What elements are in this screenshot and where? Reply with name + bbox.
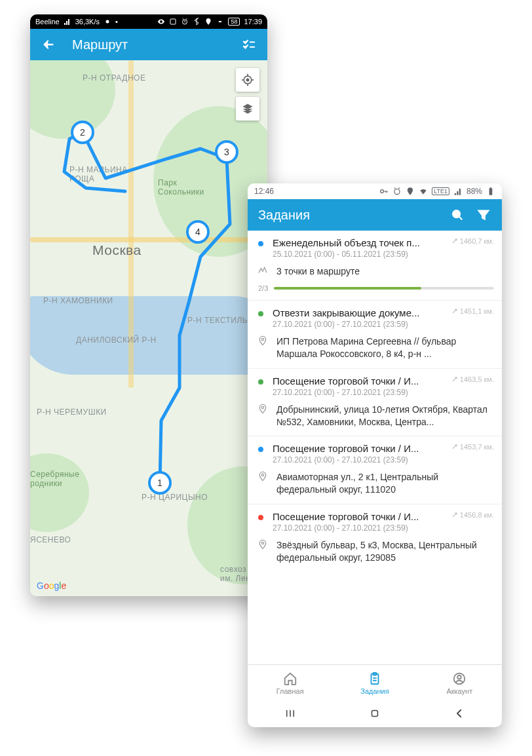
back-soft-button[interactable] (453, 708, 465, 722)
task-dates: 27.10.2021 (0:00) - 27.10.2021 (23:59) (273, 455, 446, 464)
distance-icon (451, 512, 458, 518)
phone-route: Beeline 36,3K/s • 58 17:39 Маршрут (30, 14, 267, 596)
google-attribution: Google (37, 580, 66, 591)
checklist-button[interactable] (236, 31, 262, 58)
svg-point-10 (261, 338, 263, 340)
eye-icon (157, 18, 165, 26)
route-icon (257, 265, 269, 276)
home-icon (283, 671, 297, 686)
signal-icon (64, 18, 71, 26)
svg-point-6 (394, 189, 400, 195)
data-icon (216, 18, 224, 26)
svg-point-11 (261, 406, 263, 408)
my-location-button[interactable] (236, 68, 259, 92)
search-icon (450, 208, 465, 222)
layers-button[interactable] (236, 97, 259, 121)
nav-home[interactable]: Главная (248, 665, 332, 702)
road-shape (30, 237, 267, 242)
location-icon (406, 187, 415, 196)
map-district-label: Р-Н ТЕКСТИЛЬ (187, 316, 248, 325)
filter-button[interactable] (470, 202, 497, 228)
route-pin-1[interactable]: 1 (148, 471, 172, 495)
appbar-tasks: Задания (248, 199, 502, 231)
task-distance: 1463,5 км. (451, 375, 494, 383)
svg-point-12 (261, 474, 263, 476)
recents-button[interactable] (284, 708, 296, 722)
status-bar: Beeline 36,3K/s • 58 17:39 (30, 14, 267, 29)
recents-icon (284, 708, 296, 719)
map-district-label: Р-Н МАРЬИНА РОЩА (69, 165, 128, 183)
volte-icon: LTE1 (432, 187, 449, 195)
task-item[interactable]: Еженедельный объезд точек п... 25.10.202… (248, 231, 502, 301)
arrow-left-icon (41, 37, 56, 52)
search-button[interactable] (444, 202, 470, 228)
appbar-title: Маршрут (72, 37, 236, 52)
account-icon (452, 671, 466, 686)
svg-rect-1 (170, 19, 176, 24)
pin-icon (257, 471, 269, 482)
task-item[interactable]: Отвезти закрывающие докуме... 27.10.2021… (248, 301, 502, 369)
clock-label: 17:39 (244, 18, 262, 26)
status-dot (258, 515, 263, 520)
park-shape (30, 453, 89, 532)
route-pin-2[interactable]: 2 (71, 121, 94, 144)
pin-icon (257, 404, 269, 414)
status-dot (258, 241, 263, 246)
task-item[interactable]: Посещение торговой точки / И... 27.10.20… (248, 504, 502, 572)
task-item[interactable]: Посещение торговой точки / И... 27.10.20… (248, 436, 502, 504)
distance-icon (451, 376, 458, 383)
carrier-label: Beeline (35, 18, 60, 26)
svg-point-13 (261, 542, 263, 544)
svg-point-9 (453, 210, 460, 217)
appbar-title: Задания (258, 208, 444, 223)
map-district-label: Р-Н ХАМОВНИКИ (43, 296, 113, 305)
back-button[interactable] (35, 31, 62, 58)
task-dates: 25.10.2021 (0:00) - 05.11.2021 (23:59) (273, 250, 446, 259)
task-title: Посещение торговой точки / И... (273, 375, 446, 387)
nav-tasks[interactable]: Задания (332, 665, 417, 702)
map-city-label: Москва (92, 242, 142, 258)
nav-account[interactable]: Аккаунт (417, 665, 502, 702)
location-icon (204, 18, 212, 26)
checklist-icon (242, 37, 256, 52)
chevron-left-icon (453, 708, 465, 719)
signal-icon (453, 187, 463, 196)
map-district-label: Р-Н ОТРАДНОЕ (83, 73, 145, 83)
battery-icon (486, 187, 495, 196)
speed-label: 36,3K/s (75, 18, 100, 26)
task-progress: 2/3 (258, 284, 494, 292)
home-button[interactable] (369, 708, 381, 722)
svg-rect-8 (490, 187, 491, 188)
task-item[interactable]: Посещение торговой точки / И... 27.10.20… (248, 369, 502, 437)
map-district-label: Р-Н ЧЕРЕМУШКИ (37, 407, 107, 417)
map[interactable]: Р-Н ОТРАДНОЕ Р-Н МАРЬИНА РОЩА Парк Сокол… (30, 60, 267, 596)
home-soft-icon (369, 708, 381, 719)
crosshair-icon (241, 73, 254, 86)
task-dates: 27.10.2021 (0:00) - 27.10.2021 (23:59) (273, 320, 446, 329)
route-pin-4[interactable]: 4 (186, 220, 210, 244)
pin-icon (257, 335, 269, 346)
task-title: Еженедельный объезд точек п... (273, 237, 446, 248)
battery-indicator: 58 (228, 18, 240, 26)
route-pin-3[interactable]: 3 (215, 140, 238, 164)
task-title: Посещение торговой точки / И... (273, 511, 446, 522)
task-list[interactable]: Еженедельный объезд точек п... 25.10.202… (248, 231, 502, 664)
task-distance: 1456,8 км. (451, 511, 494, 519)
svg-point-17 (458, 675, 462, 679)
task-title: Отвезти закрывающие докуме... (273, 307, 446, 318)
task-dates: 27.10.2021 (0:00) - 27.10.2021 (23:59) (273, 523, 446, 533)
vpn-icon (379, 187, 389, 196)
pin-icon (257, 539, 269, 550)
task-address: Звёздный бульвар, 5 к3, Москва, Централь… (276, 539, 494, 564)
bottom-nav: Главная Задания Аккаунт (248, 664, 502, 702)
task-distance: 1451,1 км. (451, 307, 494, 315)
task-address: ИП Петрова Марина Сергеевна // бульвар М… (276, 335, 494, 360)
map-district-label: ЯСЕНЕВО (30, 535, 71, 544)
android-nav-bar (248, 702, 502, 727)
distance-icon (451, 238, 458, 244)
status-bar: 12:46 LTE1 88% (248, 183, 502, 199)
clock-label: 12:46 (254, 187, 274, 196)
alarm-icon (181, 18, 189, 26)
svg-rect-18 (371, 711, 377, 717)
map-district-label: ДАНИЛОВСКИЙ Р-Н (76, 335, 157, 345)
